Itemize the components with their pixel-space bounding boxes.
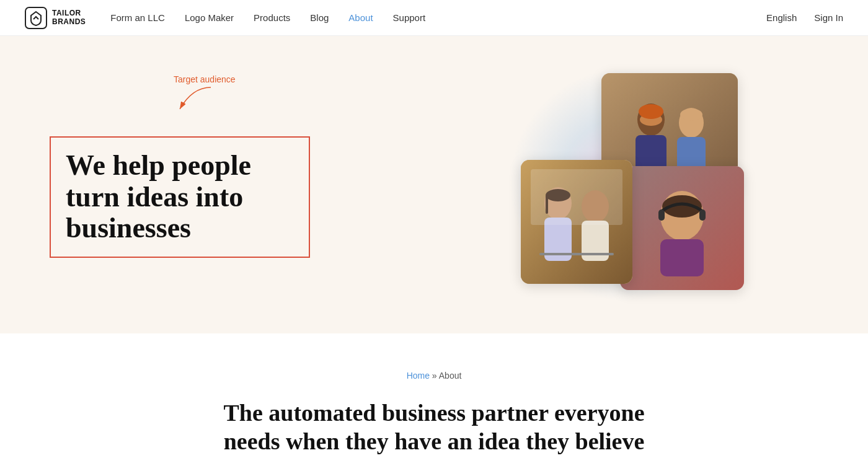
- nav-right: English Sign In: [766, 12, 843, 23]
- nav-links: Form an LLC Logo Maker Products Blog Abo…: [110, 12, 425, 24]
- breadcrumb-separator: »: [430, 371, 439, 381]
- nav-signin[interactable]: Sign In: [814, 12, 843, 23]
- photo-svg-3: [521, 160, 632, 284]
- nav-support[interactable]: Support: [393, 12, 426, 23]
- navigation: TAILORBRANDS Form an LLC Logo Maker Prod…: [0, 0, 868, 36]
- nav-logo-maker[interactable]: Logo Maker: [185, 12, 234, 23]
- svg-rect-17: [660, 239, 704, 276]
- logo-text: TAILORBRANDS: [52, 9, 86, 25]
- annotation-label: Target audience: [174, 74, 236, 84]
- nav-form-llc[interactable]: Form an LLC: [110, 12, 165, 23]
- annotation-arrow-svg: [174, 84, 223, 115]
- target-audience-annotation: Target audience: [174, 74, 236, 115]
- hero-left: Target audience We help people turn idea…: [50, 112, 434, 258]
- nav-blog[interactable]: Blog: [310, 12, 329, 23]
- content-section: Home » About The automated business part…: [0, 333, 868, 458]
- breadcrumb-home[interactable]: Home: [407, 371, 430, 381]
- logo[interactable]: TAILORBRANDS: [25, 7, 86, 29]
- svg-rect-28: [539, 253, 614, 255]
- nav-english[interactable]: English: [766, 12, 797, 23]
- nav-about[interactable]: About: [348, 12, 373, 23]
- svg-rect-27: [531, 169, 622, 225]
- hero-headline: We help people turn ideas into businesse…: [66, 150, 294, 244]
- breadcrumb-current: About: [439, 371, 462, 381]
- photo-svg-2: smile: [620, 166, 744, 290]
- photo-collage: smile: [502, 67, 750, 302]
- svg-point-10: [680, 108, 702, 121]
- hero-headline-box: We help people turn ideas into businesse…: [50, 136, 310, 258]
- logo-icon: [25, 7, 47, 29]
- hero-right: smile: [434, 61, 818, 309]
- main-headline: The automated business partner everyone …: [217, 399, 651, 458]
- nav-products[interactable]: Products: [254, 12, 290, 23]
- svg-rect-15: [658, 209, 665, 221]
- photo-card-3: [521, 160, 632, 284]
- photo-card-2: smile: [620, 166, 744, 290]
- hero-section: Target audience We help people turn idea…: [0, 36, 868, 333]
- svg-rect-16: [699, 209, 706, 221]
- breadcrumb: Home » About: [25, 371, 843, 381]
- svg-point-9: [639, 104, 663, 119]
